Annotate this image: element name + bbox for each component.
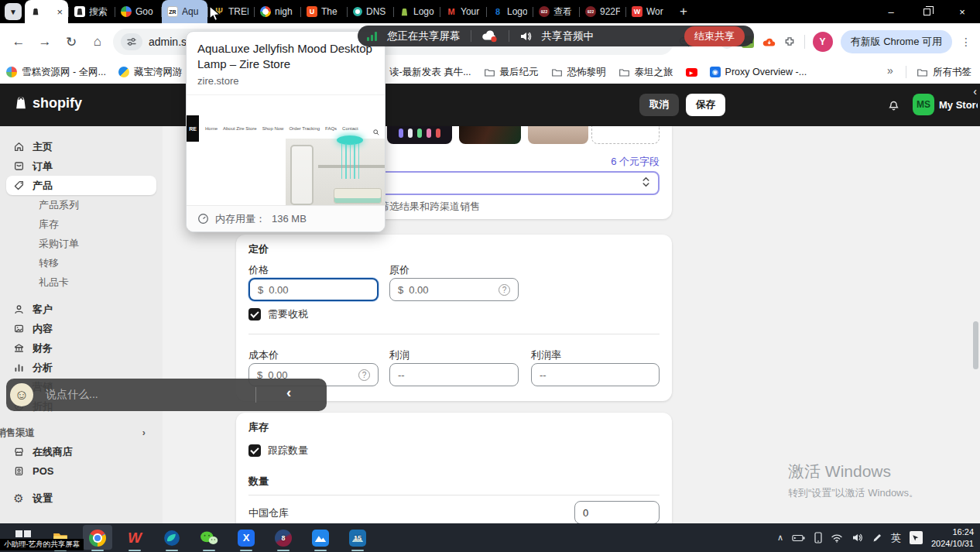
sidebar-item-采购订单[interactable]: 采购订单 [6,234,156,253]
browser-tab[interactable]: 922查看 [533,0,579,23]
browser-tab[interactable]: Goo [115,0,161,23]
bookmark-item[interactable]: ▶ [686,68,697,77]
taskbar-clock[interactable]: 16:24 2024/10/31 [931,526,974,550]
restore-button[interactable] [909,0,944,23]
browser-tab[interactable]: 922922F [580,0,625,23]
save-button[interactable]: 保存 [686,94,725,116]
bookmark-item[interactable]: 最后纪元 [484,66,539,79]
sidebar-item-产品[interactable]: 产品 [6,176,156,195]
close-button[interactable]: × [944,0,980,23]
sidebar-item-POS[interactable]: POS [6,461,156,481]
help-icon[interactable]: ? [358,369,370,381]
taskbar-mountain-docs-app[interactable] [302,523,339,552]
sidebar-item-财务[interactable]: 财务 [6,338,156,358]
wifi-icon[interactable] [831,533,843,543]
profile-avatar[interactable]: Y [813,32,833,52]
sales-channels-header[interactable]: 销售渠道› [0,423,163,442]
chat-collapse-icon[interactable]: ‹ [286,384,291,401]
taskbar-chrome[interactable] [79,523,116,552]
home-button[interactable]: ⌂ [87,31,108,53]
product-media-thumbnail[interactable] [387,126,452,144]
sidebar-item-产品系列[interactable]: 产品系列 [6,195,156,214]
site-info-icon[interactable] [121,33,142,50]
taskbar-blue-x-app[interactable]: X [228,523,265,552]
battery-icon[interactable] [792,534,806,542]
browser-tab[interactable]: × [25,0,68,23]
bookmark-item[interactable]: 读-最新发表 真牛... [389,66,471,79]
forward-button[interactable]: → [34,31,56,53]
sidebar-item-转移[interactable]: 转移 [6,253,156,273]
sidebar-item-客户[interactable]: 客户 [6,300,156,319]
browser-tab[interactable]: Logo [394,0,440,23]
checkbox-checked-icon[interactable] [248,308,261,321]
sidebar-item-内容[interactable]: 内容 [6,319,156,338]
header-collapse-icon[interactable]: ‹ [973,85,977,98]
browser-tab[interactable]: WWor [626,0,672,23]
recording-cloud-icon[interactable] [481,29,499,43]
product-media-thumbnail[interactable] [528,126,588,144]
sidebar-item-库存[interactable]: 库存 [6,214,156,234]
bookmark-item[interactable]: ◉Proxy Overview -... [710,67,807,77]
minimize-button[interactable]: – [873,0,909,23]
ime-indicator[interactable]: 英 [891,531,901,545]
sidebar-item-礼品卡[interactable]: 礼品卡 [6,273,156,292]
sidebar-item-设置[interactable]: ⚙设置 [6,489,156,508]
pen-icon[interactable] [872,533,882,543]
store-avatar[interactable]: MS [913,94,934,115]
taskbar-meeting-app[interactable] [153,523,190,552]
close-tab-icon[interactable]: × [57,6,63,18]
cancel-button[interactable]: 取消 [639,94,679,116]
new-tab-button[interactable]: + [680,4,687,19]
quantity-input[interactable]: 0 [574,501,660,523]
phone-icon[interactable] [814,532,822,543]
bookmark-item[interactable]: 恐怖黎明 [551,66,606,79]
extension-cloud-icon[interactable] [762,36,776,49]
chat-input[interactable]: 说点什么... [46,388,98,402]
profit-input[interactable]: -- [389,363,519,386]
product-media-thumbnail[interactable] [459,126,521,144]
browser-tab[interactable]: ZRAqu [162,0,207,23]
metafields-link[interactable]: 6 个元字段 [611,155,660,169]
sidebar-item-在线商店[interactable]: 在线商店 [6,442,156,461]
back-button[interactable]: ← [8,31,29,53]
taskbar-wechat[interactable] [190,523,228,552]
add-media-tile[interactable] [591,126,660,144]
bookmark-item[interactable]: 泰坦之旅 [618,66,673,79]
chrome-update-button[interactable]: 有新版 Chrome 可用 [841,30,952,53]
end-share-button[interactable]: 结束共享 [684,26,745,46]
touch-keyboard-icon[interactable] [910,531,923,544]
reload-button[interactable]: ↻ [60,31,82,53]
all-bookmarks-button[interactable]: 所有书签 [917,60,971,84]
browser-tab[interactable]: MYour [440,0,486,23]
charge-tax-row[interactable]: 需要收税 [248,307,308,321]
sidebar-item-订单[interactable]: 订单 [6,156,156,176]
bookmarks-overflow-chevron[interactable]: » [887,64,893,77]
menu-dots-icon[interactable]: ⋮ [960,36,972,48]
notifications-bell-icon[interactable] [887,98,900,115]
browser-tab[interactable]: 搜索 [69,0,115,23]
extensions-puzzle-icon[interactable] [783,36,797,49]
sidebar-item-主页[interactable]: 主页 [6,137,156,156]
browser-tab[interactable]: UThe [301,0,347,23]
tray-chevron-up-icon[interactable]: ∧ [777,533,783,543]
bookmark-item[interactable]: 雪糕资源网 - 全网... [6,66,106,79]
browser-tab[interactable]: 8Logo [487,0,533,23]
margin-input[interactable]: -- [531,363,660,386]
price-input[interactable]: $ 0.00 [248,278,379,301]
browser-tab[interactable]: DNS [348,0,393,23]
bookmark-item[interactable]: 藏宝湾网游 [118,66,183,79]
track-quantity-row[interactable]: 跟踪数量 [248,444,308,458]
page-scrollbar[interactable] [973,321,978,369]
taskbar-app-badge-15[interactable]: 15 [339,523,376,552]
taskbar-wps[interactable]: W [116,523,153,552]
word-icon: W [632,6,642,17]
browser-tab[interactable]: nigh [255,0,300,23]
volume-icon[interactable] [852,533,863,543]
sidebar-item-分析[interactable]: 分析 [6,358,156,377]
tab-search-button[interactable]: ▼ [5,3,22,20]
compare-at-input[interactable]: $ 0.00 ? [389,278,519,301]
checkbox-checked-icon[interactable] [248,444,261,457]
store-name[interactable]: My Store [939,99,978,111]
taskbar-app-badge-8[interactable]: 8 [265,523,302,552]
help-icon[interactable]: ? [499,284,510,296]
